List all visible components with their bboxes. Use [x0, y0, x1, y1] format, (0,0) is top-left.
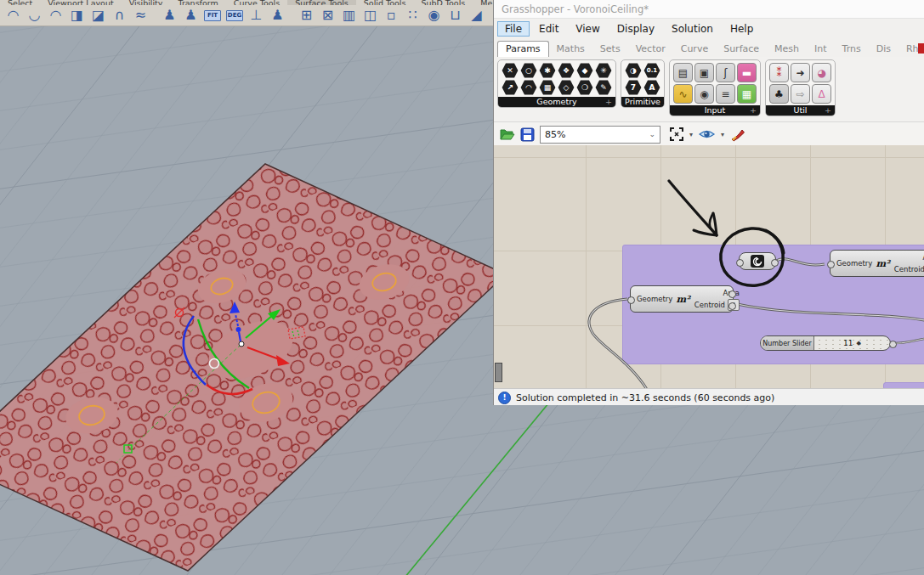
palette-group-label[interactable]: Input+ — [670, 105, 760, 116]
data-output-icon[interactable]: ➜ — [791, 63, 810, 82]
mesh-param-icon[interactable]: ✳ — [595, 63, 612, 78]
grasshopper-title-bar[interactable]: Grasshopper - VoronoiCeiling* — [494, 0, 924, 19]
menu-file[interactable]: File — [497, 21, 530, 37]
output-nub-area[interactable] — [728, 290, 736, 298]
zoom-extents-icon[interactable] — [669, 127, 684, 142]
surface-param-icon[interactable]: ❖ — [558, 63, 575, 78]
zoom-level-combobox[interactable]: 85% ⌄ — [540, 126, 660, 144]
brep-param-icon[interactable]: ✱ — [539, 63, 556, 78]
menu-view[interactable]: View — [568, 21, 607, 37]
circle-param-icon[interactable]: ○ — [520, 63, 537, 78]
match-surface-icon[interactable]: ♟ — [267, 6, 288, 25]
surface-points-icon[interactable]: ◨ — [66, 6, 88, 25]
sphere-param-icon[interactable]: ❍ — [576, 80, 593, 95]
tab-params[interactable]: Params — [497, 41, 549, 57]
preview-eye-icon[interactable] — [698, 128, 716, 140]
output-nub-centroid[interactable] — [728, 302, 736, 310]
trim-icon[interactable]: ◫ — [360, 6, 381, 25]
number-slider-icon[interactable]: ▤ — [673, 63, 693, 82]
tab-vector[interactable]: Vector — [628, 42, 673, 57]
panel-icon[interactable]: ▣ — [694, 63, 714, 82]
tab-trns[interactable]: Trns — [835, 42, 869, 57]
z-handle-dot[interactable] — [236, 327, 241, 332]
tab-dis[interactable]: Dis — [869, 42, 898, 57]
input-nub[interactable] — [827, 261, 835, 268]
tab-mesh[interactable]: Mesh — [767, 42, 807, 57]
relay-arrow-icon[interactable]: ↗ — [502, 80, 519, 95]
chevron-down-icon[interactable]: ▾ — [721, 131, 724, 138]
data-input-icon[interactable]: ⇨ — [791, 84, 810, 104]
loft-icon[interactable]: ◠ — [45, 6, 66, 25]
move-face-icon[interactable]: ♟ — [159, 6, 180, 25]
surface-grid-icon[interactable]: ⊞ — [296, 6, 317, 25]
sweep-1-icon[interactable]: ◠ — [3, 6, 24, 25]
open-file-icon[interactable] — [499, 127, 515, 142]
slider-track[interactable]: 11 ◆ — [814, 336, 890, 350]
number-slider[interactable]: Number Slider 11 ◆ — [760, 335, 891, 351]
gumball-origin[interactable] — [239, 341, 244, 347]
chevron-down-icon[interactable]: ▾ — [689, 131, 693, 138]
rhino-tab-select[interactable]: Select — [0, 0, 40, 5]
rhino-tab-transform[interactable]: Transform — [170, 0, 225, 5]
tab-int[interactable]: Int — [807, 42, 835, 57]
geometry-parameter-pill[interactable] — [739, 252, 776, 270]
cylinder-icon[interactable]: ⊔ — [445, 6, 466, 25]
domain-param-icon[interactable]: 0.1 — [643, 63, 660, 78]
corner-icon[interactable]: ◢ — [466, 6, 487, 25]
curve-param-icon[interactable]: ◠ — [520, 80, 537, 95]
boolean-param-icon[interactable]: ◑ — [625, 63, 642, 78]
change-degree-icon[interactable]: DEG — [226, 10, 243, 21]
input-nub[interactable] — [736, 259, 744, 267]
palette-expand-icon[interactable]: + — [825, 105, 831, 116]
tab-partial-red-icon[interactable] — [918, 43, 924, 54]
rhino-tab-solid-tools[interactable]: Solid Tools — [356, 0, 414, 5]
area-component-2[interactable]: Geometry m² Area Centroid ▾ — [830, 250, 924, 277]
plane-param-icon[interactable]: ◇ — [558, 80, 575, 95]
curtain-icon[interactable]: ▥ — [338, 6, 360, 25]
md-slider-icon[interactable]: ∿ — [673, 84, 693, 104]
data-tree-icon[interactable]: ♣ — [769, 84, 789, 104]
tab-sets[interactable]: Sets — [592, 42, 628, 57]
geometry-param-icon[interactable]: ▦ — [539, 80, 556, 95]
revolve-icon[interactable]: ∩ — [109, 6, 130, 25]
value-list-icon[interactable]: ≡ — [716, 84, 735, 104]
palette-expand-icon[interactable]: + — [605, 97, 612, 107]
colour-picker-icon[interactable]: ▬ — [737, 63, 757, 82]
tab-surface[interactable]: Surface — [716, 42, 767, 57]
fit-surface-icon[interactable]: FIT — [204, 10, 221, 21]
palette-group-label[interactable]: Primitive+ — [621, 97, 664, 107]
surface-grid2-icon[interactable]: ⊠ — [317, 6, 338, 25]
cherry-picker-icon[interactable]: ⁑ — [769, 63, 789, 82]
extrude-icon[interactable]: ◪ — [88, 6, 109, 25]
slider-grip-icon[interactable]: ◆ — [857, 340, 861, 347]
sketch-pencil-icon[interactable] — [729, 127, 746, 142]
menu-edit[interactable]: Edit — [531, 21, 566, 37]
tab-maths[interactable]: Maths — [549, 42, 592, 57]
rhino-tab-viewport-layout[interactable]: Viewport Layout — [40, 0, 121, 5]
palette-group-label[interactable]: Geometry+ — [498, 97, 615, 107]
palette-expand-icon[interactable]: + — [750, 105, 757, 116]
area-component[interactable]: Geometry m² Area Centroid ▾ — [630, 285, 734, 313]
move-edge-icon[interactable]: ♟ — [180, 6, 201, 25]
container-x-icon[interactable]: ✕ — [502, 63, 519, 78]
slider-output-nub[interactable] — [889, 341, 897, 348]
insert-knot-icon[interactable]: ⊥ — [246, 6, 267, 25]
menu-solution[interactable]: Solution — [664, 21, 721, 37]
untrim-icon[interactable]: ▫ — [381, 6, 402, 25]
rhino-tab-visibility[interactable]: Visibility — [122, 0, 171, 5]
rhino-tab-curve-tools[interactable]: Curve Tools — [226, 0, 287, 5]
input-nub[interactable] — [627, 296, 635, 304]
rhino-tab-surface-tools[interactable]: Surface Tools — [287, 0, 356, 5]
menu-display[interactable]: Display — [609, 21, 662, 37]
control-points-icon[interactable]: ◉ — [423, 6, 445, 25]
galapagos-icon[interactable]: ◕ — [812, 63, 831, 82]
palette-group-label[interactable]: Util+ — [766, 105, 835, 116]
save-file-icon[interactable] — [520, 127, 535, 142]
ribbon-icon[interactable]: ≈ — [130, 6, 151, 25]
graph-mapper-icon[interactable]: ʃ — [716, 63, 735, 82]
rhino-tab-me[interactable]: Me — [473, 0, 493, 5]
rhino-tab-subd-tools[interactable]: SubD Tools — [413, 0, 473, 5]
flask-icon[interactable]: Δ — [812, 84, 831, 104]
canvas-scrollbar-thumb[interactable] — [495, 363, 502, 382]
rebuild-icon[interactable]: ∷ — [402, 6, 423, 25]
